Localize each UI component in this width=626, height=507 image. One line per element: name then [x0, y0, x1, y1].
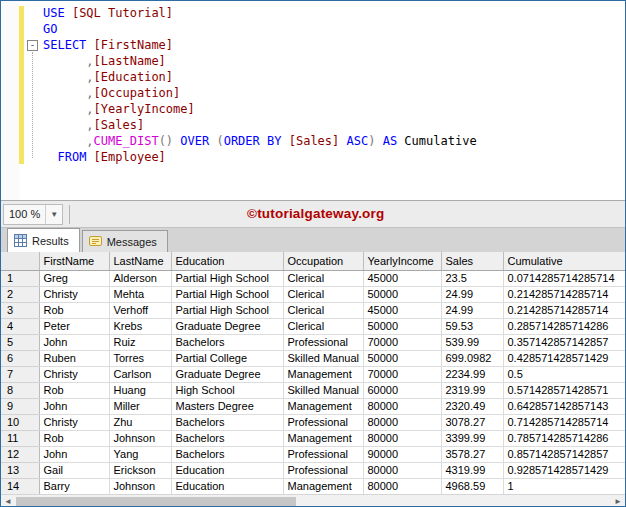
grid-cell[interactable]: Gail: [39, 462, 109, 478]
grid-cell[interactable]: Christy: [39, 366, 109, 382]
grid-cell[interactable]: Masters Degree: [171, 398, 283, 414]
tab-results[interactable]: Results: [7, 228, 80, 252]
grid-cell[interactable]: 0.785714285714286: [503, 430, 625, 446]
grid-cell[interactable]: 0.428571428571429: [503, 350, 625, 366]
grid-cell[interactable]: Rob: [39, 430, 109, 446]
grid-cell[interactable]: Graduate Degree: [171, 366, 283, 382]
grid-cell[interactable]: 3399.99: [441, 430, 503, 446]
grid-cell[interactable]: 0.571428571428571: [503, 382, 625, 398]
grid-cell[interactable]: Erickson: [109, 462, 171, 478]
grid-cell[interactable]: High School: [171, 382, 283, 398]
grid-cell[interactable]: 50000: [363, 318, 441, 334]
grid-cell[interactable]: 23.5: [441, 270, 503, 286]
grid-cell[interactable]: Professional: [283, 414, 363, 430]
row-number[interactable]: 3: [1, 302, 39, 318]
grid-cell[interactable]: 70000: [363, 366, 441, 382]
grid-cell[interactable]: John: [39, 398, 109, 414]
grid-cell[interactable]: Clerical: [283, 270, 363, 286]
grid-cell[interactable]: Greg: [39, 270, 109, 286]
grid-cell[interactable]: 0.714285714285714: [503, 414, 625, 430]
grid-cell[interactable]: Alderson: [109, 270, 171, 286]
grid-cell[interactable]: Rob: [39, 382, 109, 398]
row-number[interactable]: 11: [1, 430, 39, 446]
grid-cell[interactable]: Mehta: [109, 286, 171, 302]
grid-cell[interactable]: Zhu: [109, 414, 171, 430]
grid-cell[interactable]: 2319.99: [441, 382, 503, 398]
column-header[interactable]: Sales: [441, 252, 503, 270]
grid-cell[interactable]: Christy: [39, 414, 109, 430]
grid-cell[interactable]: Management: [283, 366, 363, 382]
grid-cell[interactable]: Professional: [283, 462, 363, 478]
grid-cell[interactable]: Professional: [283, 334, 363, 350]
code-lines[interactable]: USE [SQL Tutorial]GOSELECT [FirstName] ,…: [1, 1, 625, 200]
grid-cell[interactable]: 80000: [363, 414, 441, 430]
row-number[interactable]: 14: [1, 478, 39, 494]
row-number[interactable]: 7: [1, 366, 39, 382]
row-number[interactable]: 4: [1, 318, 39, 334]
grid-cell[interactable]: Management: [283, 430, 363, 446]
row-number[interactable]: 5: [1, 334, 39, 350]
grid-cell[interactable]: 70000: [363, 334, 441, 350]
grid-cell[interactable]: 2320.49: [441, 398, 503, 414]
grid-cell[interactable]: 24.99: [441, 286, 503, 302]
grid-cell[interactable]: 3078.27: [441, 414, 503, 430]
grid-cell[interactable]: Rob: [39, 302, 109, 318]
grid-cell[interactable]: 0.642857142857143: [503, 398, 625, 414]
grid-cell[interactable]: Partial College: [171, 350, 283, 366]
grid-cell[interactable]: Bachelors: [171, 430, 283, 446]
row-number[interactable]: 12: [1, 446, 39, 462]
grid-cell[interactable]: 24.99: [441, 302, 503, 318]
grid-cell[interactable]: Education: [171, 478, 283, 494]
grid-cell[interactable]: Skilled Manual: [283, 350, 363, 366]
row-number[interactable]: 8: [1, 382, 39, 398]
grid-cell[interactable]: Ruiz: [109, 334, 171, 350]
grid-cell[interactable]: 3578.27: [441, 446, 503, 462]
grid-cell[interactable]: Partial High School: [171, 270, 283, 286]
grid-cell[interactable]: Huang: [109, 382, 171, 398]
grid-cell[interactable]: Verhoff: [109, 302, 171, 318]
grid-cell[interactable]: Christy: [39, 286, 109, 302]
grid-cell[interactable]: 80000: [363, 478, 441, 494]
select-all-corner[interactable]: [1, 252, 39, 270]
grid-cell[interactable]: 0.5: [503, 366, 625, 382]
column-header[interactable]: Cumulative: [503, 252, 625, 270]
grid-cell[interactable]: Partial High School: [171, 302, 283, 318]
column-header[interactable]: Education: [171, 252, 283, 270]
column-header[interactable]: Occupation: [283, 252, 363, 270]
grid-cell[interactable]: Education: [171, 462, 283, 478]
grid-cell[interactable]: 0.357142857142857: [503, 334, 625, 350]
column-header[interactable]: LastName: [109, 252, 171, 270]
grid-cell[interactable]: Professional: [283, 446, 363, 462]
grid-cell[interactable]: Krebs: [109, 318, 171, 334]
row-number[interactable]: 13: [1, 462, 39, 478]
grid-cell[interactable]: 45000: [363, 302, 441, 318]
grid-cell[interactable]: 0.0714285714285714: [503, 270, 625, 286]
grid-cell[interactable]: 699.0982: [441, 350, 503, 366]
grid-cell[interactable]: 45000: [363, 270, 441, 286]
grid-cell[interactable]: Johnson: [109, 430, 171, 446]
grid-cell[interactable]: 539.99: [441, 334, 503, 350]
grid-cell[interactable]: Clerical: [283, 302, 363, 318]
grid-cell[interactable]: 80000: [363, 398, 441, 414]
grid-cell[interactable]: 0.214285714285714: [503, 302, 625, 318]
grid-cell[interactable]: Management: [283, 398, 363, 414]
grid-cell[interactable]: 0.214285714285714: [503, 286, 625, 302]
grid-cell[interactable]: Bachelors: [171, 334, 283, 350]
column-header[interactable]: FirstName: [39, 252, 109, 270]
grid-cell[interactable]: Johnson: [109, 478, 171, 494]
grid-cell[interactable]: 0.928571428571429: [503, 462, 625, 478]
row-number[interactable]: 10: [1, 414, 39, 430]
grid-cell[interactable]: 1: [503, 478, 625, 494]
grid-cell[interactable]: Skilled Manual: [283, 382, 363, 398]
grid-cell[interactable]: 80000: [363, 430, 441, 446]
zoom-control[interactable]: 100 % ▼: [3, 204, 63, 225]
grid-cell[interactable]: Yang: [109, 446, 171, 462]
grid-cell[interactable]: Barry: [39, 478, 109, 494]
grid-cell[interactable]: 60000: [363, 382, 441, 398]
grid-cell[interactable]: Ruben: [39, 350, 109, 366]
row-number[interactable]: 1: [1, 270, 39, 286]
grid-cell[interactable]: 4968.59: [441, 478, 503, 494]
grid-cell[interactable]: John: [39, 446, 109, 462]
grid-cell[interactable]: 0.285714285714286: [503, 318, 625, 334]
grid-cell[interactable]: 80000: [363, 462, 441, 478]
